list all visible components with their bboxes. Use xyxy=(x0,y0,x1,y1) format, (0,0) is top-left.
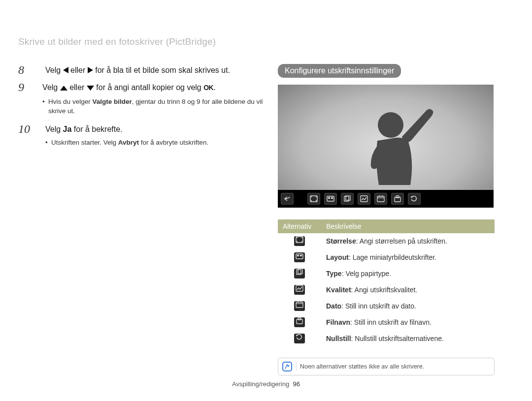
options-header-col1: Alternativ xyxy=(278,219,321,233)
toolbar-reset-icon[interactable] xyxy=(408,193,421,205)
row-label: Layout xyxy=(326,253,349,261)
step-9-text-post2: . xyxy=(213,83,215,92)
right-column: Konfigurere utskriftsinnstillinger xyxy=(278,64,514,375)
ok-icon: OK xyxy=(203,83,213,93)
preview-toolbar xyxy=(278,190,494,208)
row-desc: : Angi utskriftskvalitet. xyxy=(351,286,418,294)
note-text: Noen alternativer støttes ikke av alle s… xyxy=(300,363,424,370)
step-10-text-post: for å bekrefte. xyxy=(71,125,122,133)
svg-rect-12 xyxy=(377,196,384,202)
note-separator xyxy=(296,362,297,371)
toolbar-date-icon[interactable] xyxy=(374,193,387,205)
footer-section: Avspilling/redigering xyxy=(232,380,289,388)
row-desc: : Angi størrelsen på utskriften. xyxy=(356,237,447,245)
step-10-number: 10 xyxy=(18,123,45,150)
step-10: 10 Velg Ja for å bekrefte. Utskriften st… xyxy=(18,123,265,150)
step-10-bullets: Utskriften starter. Velg Avbryt for å av… xyxy=(45,138,208,148)
svg-rect-22 xyxy=(300,255,302,256)
step-9-text-pre: Velg xyxy=(42,83,60,92)
note-box: Noen alternativer støttes ikke av alle s… xyxy=(278,358,495,375)
page-title: Skrive ut bilder med en fotoskriver (Pic… xyxy=(18,36,216,47)
reset-icon xyxy=(294,334,305,343)
svg-rect-31 xyxy=(298,318,301,320)
table-row: Størrelse: Angi størrelsen på utskriften… xyxy=(278,233,495,249)
svg-rect-26 xyxy=(296,302,303,308)
toolbar-layout-icon[interactable] xyxy=(324,193,337,205)
quality-icon xyxy=(294,285,305,295)
row-desc: : Velg papirtype. xyxy=(342,270,391,278)
step-9-number: 9 xyxy=(18,81,42,118)
row-label: Dato xyxy=(326,302,341,310)
table-row: Type: Velg papirtype. xyxy=(278,266,495,282)
step-8-number: 8 xyxy=(18,64,45,76)
toolbar-type-icon[interactable] xyxy=(341,193,354,205)
print-preview xyxy=(278,85,494,208)
layout-icon xyxy=(294,252,305,262)
step-10-body: Velg Ja for å bekrefte. Utskriften start… xyxy=(45,123,208,150)
toolbar-quality-icon[interactable] xyxy=(358,193,370,205)
step-9-bullet-pre: Hvis du velger xyxy=(48,98,92,105)
row-desc: : Nullstill utskriftsalternativene. xyxy=(351,335,444,342)
svg-marker-1 xyxy=(88,67,93,73)
down-arrow-icon xyxy=(87,83,94,93)
section-badge: Konfigurere utskriftsinnstillinger xyxy=(278,64,401,78)
filename-icon xyxy=(294,317,305,327)
row-label: Type xyxy=(326,270,342,278)
table-row: Dato: Still inn utskrift av dato. xyxy=(278,298,495,314)
left-column: 8 Velg eller for å bla til et bilde som … xyxy=(18,64,265,154)
row-label: Kvalitet xyxy=(326,286,351,294)
step-8-text-pre: Velg xyxy=(45,66,63,74)
step-8-body: Velg eller for å bla til et bilde som sk… xyxy=(45,64,230,76)
svg-rect-25 xyxy=(296,285,303,291)
toolbar-size-icon[interactable] xyxy=(307,193,320,205)
step-9-bullet-1: Hvis du velger Valgte bilder, gjentar du… xyxy=(42,97,265,116)
footer-pagenum: 96 xyxy=(293,380,299,388)
step-9-text-post1: for å angi antall kopier og velg xyxy=(96,83,203,92)
right-arrow-icon xyxy=(88,65,93,76)
toolbar-filename-icon[interactable] xyxy=(391,193,404,205)
step-10-bullet-1: Utskriften starter. Velg Avbryt for å av… xyxy=(45,138,208,148)
size-icon xyxy=(294,236,305,246)
step-9-body: Velg eller for å angi antall kopier og v… xyxy=(42,81,265,118)
row-label: Nullstill xyxy=(326,335,351,342)
svg-rect-21 xyxy=(297,255,299,256)
step-8-text-post: for å bla til et bilde som skal skrives … xyxy=(95,66,230,74)
table-row: Nullstill: Nullstill utskriftsalternativ… xyxy=(278,331,495,347)
toolbar-back-icon[interactable] xyxy=(281,193,294,205)
page-footer: Avspilling/redigering 96 xyxy=(0,380,532,388)
svg-rect-11 xyxy=(361,196,367,202)
table-row: Kvalitet: Angi utskriftskvalitet. xyxy=(278,282,495,298)
step-10-bullet-bold: Avbryt xyxy=(118,139,139,146)
step-8: 8 Velg eller for å bla til et bilde som … xyxy=(18,64,265,76)
svg-marker-0 xyxy=(63,67,68,73)
svg-rect-17 xyxy=(396,196,399,198)
svg-rect-7 xyxy=(328,197,330,199)
left-arrow-icon xyxy=(63,65,68,76)
row-desc: : Still inn utskrift av filnavn. xyxy=(350,318,432,326)
step-9-bullets: Hvis du velger Valgte bilder, gjentar du… xyxy=(42,97,265,116)
step-10-text-pre: Velg xyxy=(45,125,63,133)
step-8-text-mid: eller xyxy=(70,66,88,74)
step-10-bold: Ja xyxy=(63,125,72,133)
table-row: Filnavn: Still inn utskrift av filnavn. xyxy=(278,314,495,331)
row-label: Størrelse xyxy=(326,237,356,245)
svg-marker-3 xyxy=(87,86,94,91)
note-icon xyxy=(282,362,292,371)
options-table: Alternativ Beskrivelse Størrelse: Angi s… xyxy=(278,219,495,347)
table-row: Layout: Lage miniatyrbildeutskrifter. xyxy=(278,249,495,266)
type-icon xyxy=(294,269,305,278)
options-header-col2: Beskrivelse xyxy=(321,219,495,233)
svg-rect-8 xyxy=(331,197,333,199)
row-label: Filnavn xyxy=(326,318,350,326)
up-arrow-icon xyxy=(60,83,67,93)
svg-marker-2 xyxy=(60,86,67,91)
step-9-bullet-bold: Valgte bilder xyxy=(92,98,132,105)
child-silhouette-icon xyxy=(350,101,439,190)
step-9: 9 Velg eller for å angi antall kopier og… xyxy=(18,81,265,118)
options-header-row: Alternativ Beskrivelse xyxy=(278,219,495,233)
row-desc: : Still inn utskrift av dato. xyxy=(341,302,416,310)
step-10-bullet-pre: Utskriften starter. Velg xyxy=(51,139,118,146)
row-desc: : Lage miniatyrbildeutskrifter. xyxy=(349,253,436,261)
svg-point-4 xyxy=(378,112,403,138)
step-10-bullet-post: for å avbryte utskriften. xyxy=(139,139,208,146)
